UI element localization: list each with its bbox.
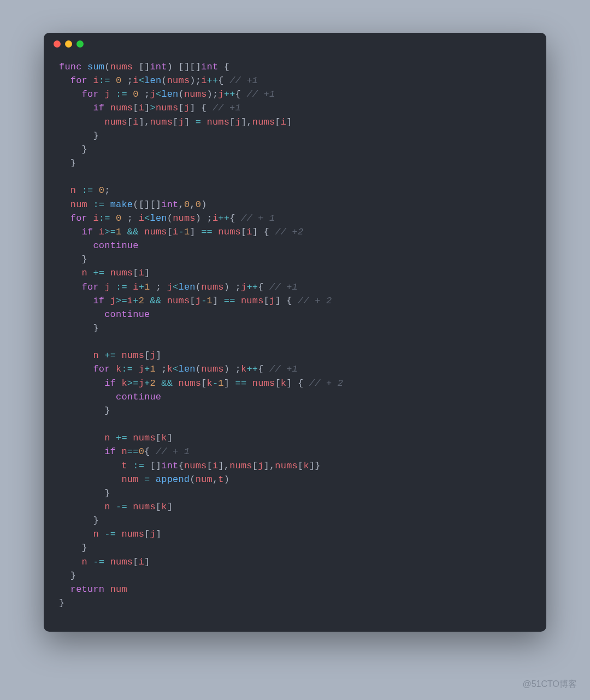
watermark-text: @51CTO博客	[522, 679, 577, 690]
code-window: func sum(nums []int) [][]int { for i:= 0…	[44, 33, 546, 632]
close-icon[interactable]	[54, 40, 61, 48]
minimize-icon[interactable]	[65, 40, 72, 48]
window-titlebar	[44, 33, 546, 55]
code-content: func sum(nums []int) [][]int { for i:= 0…	[44, 55, 546, 615]
maximize-icon[interactable]	[76, 40, 84, 48]
